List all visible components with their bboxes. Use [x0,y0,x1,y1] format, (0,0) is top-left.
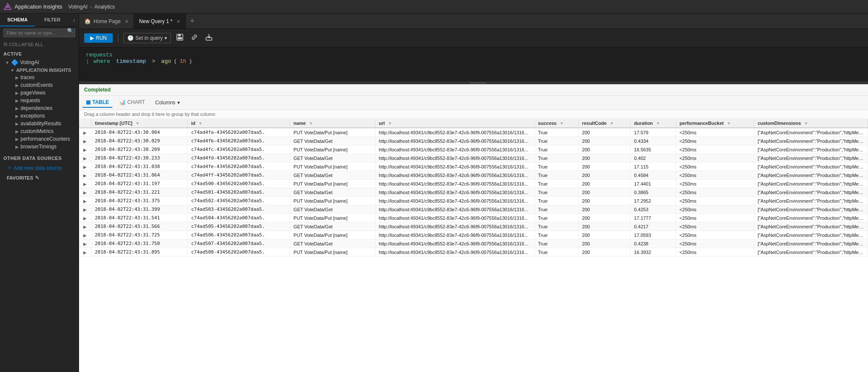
set-in-query-button[interactable]: 🕐 Set in query ▾ [123,33,171,43]
sidebar-item-performancecounters[interactable]: ▶ performanceCounters [3,135,75,143]
columns-button[interactable]: Columns ▾ [155,100,179,106]
row-expand-10[interactable]: ▶ [79,214,91,222]
row-expand-5[interactable]: ▶ [79,171,91,180]
collapse-all-button[interactable]: ⊟ COLLAPSE ALL [3,41,75,48]
table-row[interactable]: ▶ 2018-04-02T22:43:31.399 c74ad503-43456… [79,205,868,214]
breadcrumb-item-analytics[interactable]: Analytics [94,4,115,10]
table-row[interactable]: ▶ 2018-04-02T22:43:31.750 c74ad507-43456… [79,239,868,248]
cell-resultcode-7: 200 [578,188,630,197]
cell-custom-12: ["AspNetCoreEnvironment":"Production","h… [754,231,868,239]
table-row[interactable]: ▶ 2018-04-02T22:43:30.233 c74ad4fd-43456… [79,154,868,162]
cell-custom-7: ["AspNetCoreEnvironment":"Production","h… [754,188,868,197]
sidebar-item-dependencies[interactable]: ▶ dependencies [3,104,75,112]
tab-homepage-close[interactable]: × [125,18,128,25]
sidebar-tab-filter[interactable]: FILTER [35,14,70,27]
row-expand-9[interactable]: ▶ [79,205,91,214]
filter-input[interactable] [3,29,75,37]
filter-timestamp-icon[interactable]: ▼ [135,121,140,126]
col-header-id[interactable]: id ▼ [188,119,290,128]
sidebar-tab-schema[interactable]: SCHEMA [0,14,35,27]
row-expand-2[interactable]: ▶ [79,145,91,154]
col-header-resultcode[interactable]: resultCode ▼ [578,119,630,128]
result-tab-table[interactable]: ▦ TABLE [82,97,112,108]
export-button[interactable] [203,32,214,44]
edit-icon[interactable]: ✎ [35,175,39,181]
table-row[interactable]: ▶ 2018-04-02T22:43:30.029 c74ad4fb-43456… [79,137,868,145]
sidebar-item-custommetrics[interactable]: ▶ customMetrics [3,127,75,135]
query-editor[interactable]: requests | where timestamp > ago ( 1h ) [79,47,868,82]
tab-newquery-label: New Query 1 * [139,18,173,24]
row-expand-3[interactable]: ▶ [79,154,91,162]
cell-success-9: True [534,205,578,214]
table-row[interactable]: ▶ 2018-04-02T22:43:31.725 c74ad506-43456… [79,231,868,239]
table-row[interactable]: ▶ 2018-04-02T22:43:31.038 c74ad4fe-43456… [79,162,868,171]
breadcrumb-item-votingai[interactable]: VotingAI [68,4,88,10]
filter-custom-icon[interactable]: ▼ [804,121,808,126]
filter-success-icon[interactable]: ▼ [560,121,564,126]
table-row[interactable]: ▶ 2018-04-02T22:43:31.895 c74ad508-43456… [79,248,868,257]
row-expand-11[interactable]: ▶ [79,222,91,231]
filter-resultcode-icon[interactable]: ▼ [610,121,614,126]
link-button[interactable] [189,32,200,44]
row-expand-4[interactable]: ▶ [79,162,91,171]
data-table-wrapper[interactable]: timestamp [UTC] ▼ id ▼ name ▼ [79,119,868,372]
favorites-label[interactable]: FAVORITES ✎ [3,173,75,183]
row-expand-6[interactable]: ▶ [79,180,91,188]
row-expand-1[interactable]: ▶ [79,137,91,145]
filter-bucket-icon[interactable]: ▼ [727,121,731,126]
table-row[interactable]: ▶ 2018-04-02T22:43:30.209 c74ad4fc-43456… [79,145,868,154]
run-button[interactable]: ▶ RUN [84,33,113,43]
col-header-customdimensions[interactable]: customDimensions ▼ [754,119,868,128]
table-row[interactable]: ▶ 2018-04-02T22:43:31.541 c74ad504-43456… [79,214,868,222]
sidebar-item-exceptions[interactable]: ▶ exceptions [3,112,75,120]
table-row[interactable]: ▶ 2018-04-02T22:43:31.375 c74ad502-43456… [79,197,868,205]
row-expand-14[interactable]: ▶ [79,248,91,257]
cell-name-0: PUT VoteData/Put [name] [290,128,375,137]
cell-resultcode-2: 200 [578,145,630,154]
col-header-name[interactable]: name ▼ [290,119,375,128]
sidebar-collapse-btn[interactable]: ‹ [70,14,79,27]
filter-name-icon[interactable]: ▼ [309,121,313,126]
add-datasource-button[interactable]: ＋ Add new data source [3,162,75,173]
row-expand-8[interactable]: ▶ [79,197,91,205]
sidebar-item-traces[interactable]: ▶ traces [3,74,75,81]
sidebar-item-customevents[interactable]: ▶ customEvents [3,81,75,89]
expand-icon: ▼ [5,60,9,65]
sidebar-item-pageviews[interactable]: ▶ pageViews [3,89,75,97]
filter-duration-icon[interactable]: ▼ [656,121,660,126]
table-row[interactable]: ▶ 2018-04-02T22:43:31.566 c74ad505-43456… [79,222,868,231]
cell-id-4: c74ad4fe-43456202a007daa5. [188,162,290,171]
filter-url-icon[interactable]: ▼ [388,121,392,126]
col-header-timestamp[interactable]: timestamp [UTC] ▼ [91,119,188,128]
tab-newquery[interactable]: New Query 1 * × [134,14,186,29]
sidebar-item-browsertimings[interactable]: ▶ browserTimings [3,143,75,151]
save-button[interactable] [174,32,185,44]
sidebar-item-appinsights[interactable]: ▼ APPLICATION INSIGHTS [3,67,75,74]
row-expand-7[interactable]: ▶ [79,188,91,197]
cell-duration-9: 0.4253 [630,205,676,214]
row-expand-0[interactable]: ▶ [79,128,91,137]
col-header-success[interactable]: success ▼ [534,119,578,128]
collapse-chevron-icon[interactable]: ‹ [73,17,75,24]
tab-add-button[interactable]: + [186,17,199,26]
tab-newquery-close[interactable]: × [177,18,180,25]
cell-custom-5: ["AspNetCoreEnvironment":"Production","h… [754,171,868,180]
col-header-url[interactable]: url ▼ [375,119,534,128]
row-expand-12[interactable]: ▶ [79,231,91,239]
filter-id-icon[interactable]: ▼ [198,121,202,126]
sidebar-item-availabilityresults[interactable]: ▶ availabilityResults [3,120,75,127]
result-tab-chart[interactable]: 📊 CHART [116,97,148,108]
sidebar-item-votingai[interactable]: ▼ 🔷 VotingAI ☆ [3,58,75,67]
table-row[interactable]: ▶ 2018-04-02T22:43:30.004 c74ad4fa-43456… [79,128,868,137]
cell-timestamp-14: 2018-04-02T22:43:31.895 [91,248,188,257]
results-tab-bar: ▦ TABLE 📊 CHART Columns ▾ [79,96,868,110]
col-header-duration[interactable]: duration ▼ [630,119,676,128]
expand-arrow: ▶ [15,145,19,149]
row-expand-13[interactable]: ▶ [79,239,91,248]
col-header-bucket[interactable]: performanceBucket ▼ [676,119,754,128]
sidebar-item-requests[interactable]: ▶ requests [3,97,75,104]
table-row[interactable]: ▶ 2018-04-02T22:43:31.064 c74ad4ff-43456… [79,171,868,180]
table-row[interactable]: ▶ 2018-04-02T22:43:31.221 c74ad501-43456… [79,188,868,197]
tab-homepage[interactable]: 🏠 Home Page × [79,14,134,29]
table-row[interactable]: ▶ 2018-04-02T22:43:31.197 c74ad500-43456… [79,180,868,188]
